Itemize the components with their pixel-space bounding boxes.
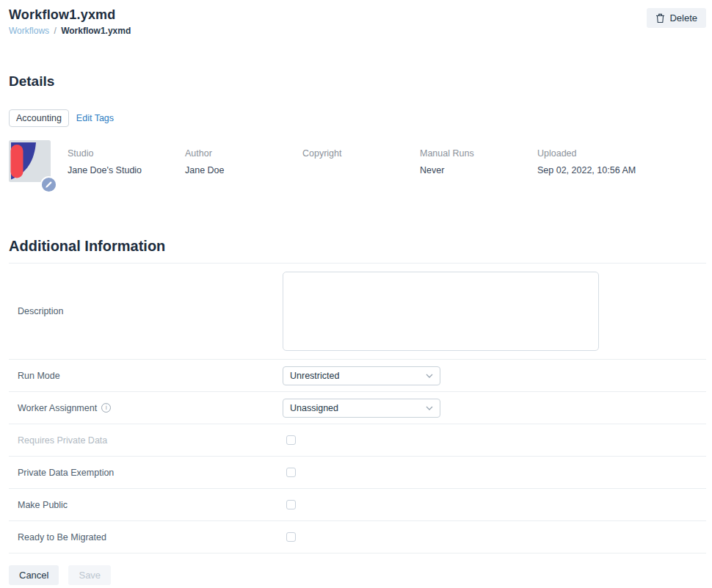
- pencil-icon: [45, 181, 53, 189]
- workflow-icon: [9, 140, 51, 182]
- tags-row: Accounting Edit Tags: [9, 109, 706, 127]
- private-data-exemption-row: Private Data Exemption: [9, 457, 706, 489]
- delete-button[interactable]: Delete: [647, 8, 706, 28]
- run-mode-select[interactable]: Unrestricted: [283, 366, 440, 385]
- edit-tags-link[interactable]: Edit Tags: [76, 113, 114, 123]
- private-data-exemption-label: Private Data Exemption: [18, 468, 283, 478]
- meta-value: Never: [420, 165, 537, 176]
- form-actions: Cancel Save: [9, 565, 706, 585]
- run-mode-label: Run Mode: [18, 371, 283, 381]
- meta-uploaded: Uploaded Sep 02, 2022, 10:56 AM: [537, 148, 684, 176]
- meta-manual-runs: Manual Runs Never: [420, 148, 537, 176]
- meta-label: Studio: [68, 148, 185, 159]
- meta-copyright: Copyright: [302, 148, 420, 176]
- ready-to-be-migrated-checkbox[interactable]: [286, 532, 296, 542]
- meta-label: Author: [185, 148, 302, 159]
- ready-to-be-migrated-row: Ready to Be Migrated: [9, 521, 706, 553]
- delete-label: Delete: [669, 12, 697, 23]
- ready-to-be-migrated-label: Ready to Be Migrated: [18, 532, 283, 542]
- make-public-row: Make Public: [9, 489, 706, 521]
- edit-thumbnail-button[interactable]: [40, 176, 57, 193]
- meta-value: Sep 02, 2022, 10:56 AM: [537, 165, 684, 176]
- workflow-detail-page: Workflow1.yxmd Workflows / Workflow1.yxm…: [0, 0, 712, 585]
- additional-info-heading: Additional Information: [9, 238, 706, 255]
- meta-value: Jane Doe's Studio: [68, 165, 185, 176]
- workflow-thumbnail: [9, 140, 51, 182]
- meta-value: Jane Doe: [185, 165, 302, 176]
- details-heading: Details: [9, 73, 706, 90]
- description-label: Description: [18, 306, 283, 316]
- requires-private-data-checkbox[interactable]: [286, 435, 296, 445]
- description-row: Description: [9, 264, 706, 360]
- chevron-down-icon: [426, 406, 433, 410]
- description-textarea[interactable]: [283, 272, 599, 351]
- tag-chip-accounting[interactable]: Accounting: [9, 109, 69, 127]
- workflow-profile-row: Studio Jane Doe's Studio Author Jane Doe…: [9, 140, 706, 182]
- meta-studio: Studio Jane Doe's Studio: [68, 148, 185, 176]
- run-mode-row: Run Mode Unrestricted: [9, 360, 706, 392]
- worker-assignment-row: Worker Assignment i Unassigned: [9, 392, 706, 424]
- page-title: Workflow1.yxmd: [9, 7, 131, 23]
- info-icon[interactable]: i: [101, 403, 111, 413]
- save-button[interactable]: Save: [68, 565, 111, 585]
- chevron-down-icon: [426, 374, 433, 378]
- worker-assignment-label-text: Worker Assignment: [18, 403, 97, 413]
- worker-assignment-label: Worker Assignment i: [18, 403, 283, 413]
- meta-value: [302, 165, 420, 176]
- meta-author: Author Jane Doe: [185, 148, 302, 176]
- meta-label: Copyright: [302, 148, 420, 159]
- worker-assignment-selected-value: Unassigned: [290, 403, 338, 413]
- make-public-label: Make Public: [18, 500, 283, 510]
- meta-label: Uploaded: [537, 148, 684, 159]
- breadcrumb-current: Workflow1.yxmd: [61, 26, 131, 36]
- trash-icon: [655, 13, 665, 23]
- requires-private-data-row: Requires Private Data: [9, 424, 706, 457]
- requires-private-data-label: Requires Private Data: [18, 435, 283, 446]
- page-header: Workflow1.yxmd Workflows / Workflow1.yxm…: [9, 7, 706, 36]
- make-public-checkbox[interactable]: [286, 500, 296, 509]
- worker-assignment-select[interactable]: Unassigned: [283, 399, 440, 418]
- workflow-meta: Studio Jane Doe's Studio Author Jane Doe…: [68, 148, 684, 176]
- breadcrumb: Workflows / Workflow1.yxmd: [9, 26, 131, 36]
- meta-label: Manual Runs: [420, 148, 537, 159]
- additional-info-form: Description Run Mode Unrestricted Worker…: [9, 263, 706, 553]
- run-mode-selected-value: Unrestricted: [290, 371, 339, 381]
- breadcrumb-workflows-link[interactable]: Workflows: [9, 26, 49, 36]
- private-data-exemption-checkbox[interactable]: [286, 468, 296, 477]
- header-left: Workflow1.yxmd Workflows / Workflow1.yxm…: [9, 7, 131, 36]
- breadcrumb-separator: /: [54, 26, 56, 36]
- cancel-button[interactable]: Cancel: [9, 565, 59, 585]
